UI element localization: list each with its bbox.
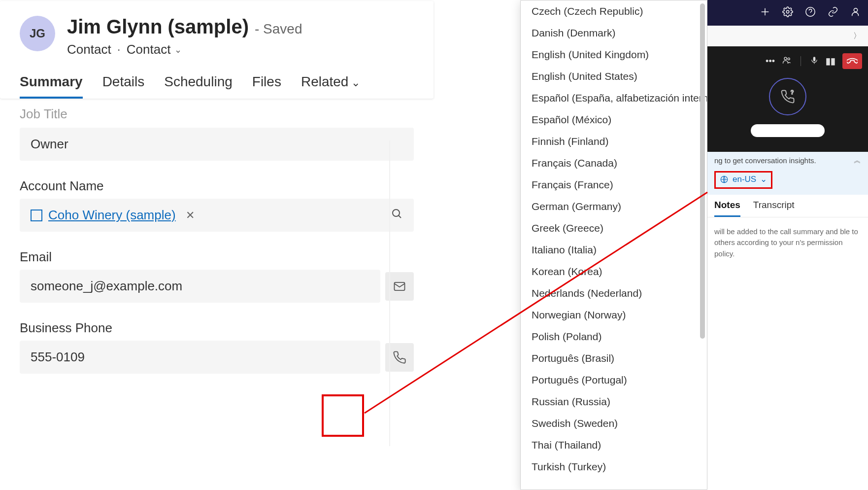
- svg-point-8: [854, 8, 857, 12]
- language-option[interactable]: Korean (Korea): [521, 261, 707, 282]
- job-title-label: Job Title: [20, 106, 414, 122]
- svg-line-1: [399, 215, 401, 218]
- account-name-field[interactable]: Coho Winery (sample) ✕: [20, 199, 414, 232]
- breadcrumb-entity: Contact: [67, 42, 111, 57]
- language-option[interactable]: Italiano (Italia): [521, 239, 707, 261]
- panel-expand-row[interactable]: 〉: [707, 26, 868, 46]
- language-option[interactable]: Greek (Greece): [521, 217, 707, 239]
- gear-icon[interactable]: [782, 6, 793, 19]
- svg-point-5: [786, 10, 789, 13]
- language-option[interactable]: Français (Canada): [521, 152, 707, 174]
- breadcrumb: Contact · Contact ⌄: [67, 42, 302, 57]
- pause-icon[interactable]: ▮▮: [826, 56, 835, 67]
- mic-icon[interactable]: [810, 56, 819, 67]
- contact-avatar: JG: [20, 16, 55, 51]
- tab-details[interactable]: Details: [102, 74, 145, 99]
- hangup-button[interactable]: [842, 53, 862, 69]
- insights-hint: ng to get conversation insights.: [714, 156, 816, 165]
- chevron-down-icon: ⌄: [351, 76, 360, 89]
- business-phone-label: Business Phone: [20, 320, 414, 336]
- language-option[interactable]: Polish (Poland): [521, 326, 707, 348]
- language-option[interactable]: Nederlands (Nederland): [521, 282, 707, 304]
- annotation-phone-highlight: [322, 394, 364, 437]
- email-field[interactable]: someone_j@example.com: [20, 270, 380, 303]
- record-icon: [31, 210, 42, 221]
- chevron-down-icon: ⌄: [174, 44, 182, 55]
- language-option[interactable]: Swedish (Sweden): [521, 413, 707, 434]
- add-icon[interactable]: [760, 6, 770, 19]
- email-value: someone_j@example.com: [31, 279, 182, 294]
- people-icon[interactable]: [782, 55, 792, 68]
- caller-avatar: ?: [769, 78, 806, 115]
- caller-name-redacted: [751, 124, 825, 137]
- language-option[interactable]: Russian (Russia): [521, 391, 707, 413]
- language-option[interactable]: Español (México): [521, 109, 707, 131]
- chevron-down-icon: ⌄: [760, 174, 767, 184]
- more-icon[interactable]: •••: [766, 56, 775, 67]
- language-dropdown[interactable]: Czech (Czech Republic)Danish (Denmark)En…: [520, 0, 707, 490]
- language-option[interactable]: Português (Brasil): [521, 348, 707, 369]
- annotation-locale-highlight: en-US ⌄: [714, 171, 772, 189]
- language-option[interactable]: English (United Kingdom): [521, 44, 707, 66]
- svg-text:?: ?: [791, 90, 794, 95]
- language-option[interactable]: German (Germany): [521, 196, 707, 217]
- svg-point-10: [788, 58, 790, 60]
- account-name-label: Account Name: [20, 178, 414, 194]
- svg-rect-2: [395, 282, 405, 290]
- svg-rect-11: [813, 57, 816, 61]
- breadcrumb-form-switch[interactable]: Contact ⌄: [127, 42, 182, 57]
- saved-status: - Saved: [255, 21, 302, 37]
- business-phone-value: 555-0109: [31, 350, 85, 365]
- language-option[interactable]: Thai (Thailand): [521, 434, 707, 456]
- help-icon[interactable]: [805, 6, 816, 19]
- svg-point-0: [393, 210, 400, 216]
- language-option[interactable]: Danish (Denmark): [521, 22, 707, 44]
- tab-scheduling[interactable]: Scheduling: [164, 74, 233, 99]
- page-title: Jim Glynn (sample): [67, 16, 249, 38]
- job-title-value: Owner: [31, 137, 68, 152]
- subtab-transcript[interactable]: Transcript: [753, 200, 795, 217]
- account-lookup-link[interactable]: Coho Winery (sample): [48, 208, 176, 223]
- app-command-bar: [707, 0, 868, 26]
- person-icon[interactable]: [850, 6, 861, 19]
- language-option[interactable]: Português (Portugal): [521, 369, 707, 391]
- svg-point-6: [806, 7, 815, 16]
- clear-lookup-icon[interactable]: ✕: [186, 209, 195, 222]
- tab-summary[interactable]: Summary: [20, 74, 83, 99]
- chevron-right-icon: 〉: [853, 31, 861, 41]
- link-icon[interactable]: [828, 6, 838, 19]
- scrollbar[interactable]: [700, 3, 705, 339]
- breadcrumb-separator: ·: [117, 42, 121, 57]
- language-option[interactable]: Turkish (Turkey): [521, 456, 707, 478]
- email-label: Email: [20, 249, 414, 265]
- language-option[interactable]: Français (France): [521, 174, 707, 196]
- language-option[interactable]: English (United States): [521, 66, 707, 87]
- subtab-notes[interactable]: Notes: [714, 200, 740, 217]
- search-icon[interactable]: [391, 208, 403, 223]
- language-option[interactable]: Czech (Czech Republic): [521, 0, 707, 22]
- language-option[interactable]: Español (España, alfabetización internac…: [521, 87, 707, 109]
- language-option[interactable]: Norwegian (Norway): [521, 304, 707, 326]
- job-title-field[interactable]: Owner: [20, 128, 414, 161]
- language-option[interactable]: Finnish (Finland): [521, 131, 707, 152]
- locale-selector[interactable]: en-US ⌄: [720, 174, 767, 184]
- collapse-icon[interactable]: ︽: [854, 156, 861, 165]
- svg-point-9: [784, 57, 787, 60]
- notes-permission-hint: will be added to the call summary and bl…: [707, 217, 868, 269]
- tab-files[interactable]: Files: [252, 74, 281, 99]
- tab-related[interactable]: Related⌄: [301, 74, 361, 99]
- business-phone-field[interactable]: 555-0109: [20, 341, 380, 374]
